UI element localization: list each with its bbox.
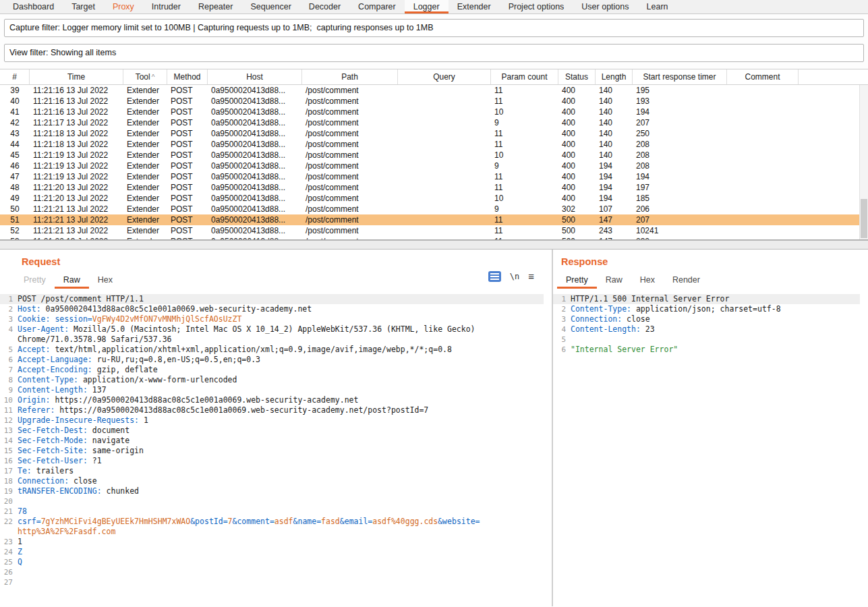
cell-timer: 207 [633, 214, 727, 225]
cell-time: 11:21:16 13 Jul 2022 [30, 107, 123, 117]
cell-timer: 207 [633, 117, 727, 128]
cell-param_count: 11 [491, 85, 558, 96]
line-number: 1 [0, 294, 18, 304]
cell-query [398, 85, 491, 96]
cell-timer: 208 [633, 150, 727, 161]
cell-method: POST [167, 117, 208, 128]
cell-comment [727, 171, 799, 182]
response-tab-raw[interactable]: Raw [597, 272, 631, 289]
table-row[interactable]: 4111:21:16 13 Jul 2022ExtenderPOST0a9500… [0, 107, 868, 117]
cell-id: 48 [0, 182, 30, 193]
main-tab-comparer[interactable]: Comparer [349, 0, 405, 13]
response-editor-content[interactable]: 1HTTP/1.1 500 Internal Server Error2Cont… [553, 294, 860, 355]
line-number: 5 [0, 345, 18, 355]
table-row[interactable]: 5311:21:22 13 Jul 2022ExtenderPOST0a9500… [0, 236, 868, 240]
main-tab-user-options[interactable]: User options [573, 0, 637, 13]
column-header-status[interactable]: Status [558, 69, 596, 84]
column-header-method[interactable]: Method [167, 69, 208, 84]
table-row[interactable]: 4711:21:19 13 Jul 2022ExtenderPOST0a9500… [0, 171, 868, 182]
table-row[interactable]: 5011:21:21 13 Jul 2022ExtenderPOST0a9500… [0, 204, 868, 214]
editor-line: 2178 [0, 507, 544, 517]
line-text: csrf=7gYzhMCiFvi4gBEyUEEk7HmHSHM7xWAO&po… [18, 517, 480, 527]
table-row[interactable]: 4211:21:17 13 Jul 2022ExtenderPOST0a9500… [0, 117, 868, 128]
editor-line: 19tRANSFER-ENCODING: chunked [0, 486, 544, 496]
column-header-query[interactable]: Query [398, 69, 491, 84]
column-header-path[interactable]: Path [302, 69, 398, 84]
column-header--[interactable]: # [0, 69, 30, 84]
column-header-tool[interactable]: Tool^ [123, 69, 167, 84]
capture-filter-bar[interactable]: Capture filter: Logger memory limit set … [4, 19, 864, 37]
line-number: 22 [0, 517, 18, 527]
editor-line: 25Q [0, 557, 544, 567]
line-number: 4 [553, 324, 571, 335]
horizontal-splitter[interactable] [0, 240, 868, 250]
column-header-length[interactable]: Length [596, 69, 633, 84]
table-row[interactable]: 4911:21:20 13 Jul 2022ExtenderPOST0a9500… [0, 193, 868, 204]
cell-time: 11:21:19 13 Jul 2022 [30, 171, 123, 182]
table-row[interactable]: 4611:21:19 13 Jul 2022ExtenderPOST0a9500… [0, 161, 868, 171]
request-tab-pretty[interactable]: Pretty [15, 272, 55, 289]
main-tab-extender[interactable]: Extender [449, 0, 500, 13]
column-header-comment[interactable]: Comment [727, 69, 799, 84]
table-vertical-scrollbar[interactable] [859, 85, 868, 239]
cell-param_count: 10 [491, 150, 558, 161]
table-row[interactable]: 4511:21:19 13 Jul 2022ExtenderPOST0a9500… [0, 150, 868, 161]
scrollbar-thumb[interactable] [861, 199, 867, 238]
editor-line: 6Accept-Language: ru-RU,ru;q=0.8,en-US;q… [0, 355, 544, 365]
response-tab-pretty[interactable]: Pretty [557, 272, 597, 289]
main-tab-project-options[interactable]: Project options [500, 0, 573, 13]
main-tab-dashboard[interactable]: Dashboard [4, 0, 63, 13]
response-tab-hex[interactable]: Hex [631, 272, 664, 289]
column-header-time[interactable]: Time [30, 69, 123, 84]
column-header-start-response-timer[interactable]: Start response timer [633, 69, 727, 84]
line-text: Connection: close [18, 476, 97, 486]
main-tab-decoder[interactable]: Decoder [300, 0, 349, 13]
request-editor-toolbar: \n ≡ [488, 271, 534, 282]
main-tab-proxy[interactable]: Proxy [104, 0, 143, 13]
view-filter-bar[interactable]: View filter: Showing all items [4, 44, 864, 62]
request-tab-raw[interactable]: Raw [55, 272, 89, 289]
cell-host: 0a9500020413d88... [208, 225, 302, 236]
cell-host: 0a9500020413d88... [208, 150, 302, 161]
cell-status: 400 [558, 107, 596, 117]
line-number: 19 [0, 486, 18, 496]
line-number: 26 [0, 567, 18, 577]
table-row[interactable]: 5211:21:21 13 Jul 2022ExtenderPOST0a9500… [0, 225, 868, 236]
table-row[interactable]: 5111:21:21 13 Jul 2022ExtenderPOST0a9500… [0, 214, 868, 225]
column-header-host[interactable]: Host [208, 69, 302, 84]
main-tab-logger[interactable]: Logger [405, 0, 449, 13]
response-tab-render[interactable]: Render [664, 272, 709, 289]
main-tab-sequencer[interactable]: Sequencer [241, 0, 299, 13]
editor-line: 2Host: 0a9500020413d88ac08c5c1e001a0069.… [0, 304, 544, 314]
request-tab-hex[interactable]: Hex [89, 272, 121, 289]
cell-path: /post/comment [302, 182, 398, 193]
cell-length: 147 [596, 214, 633, 225]
cell-param_count: 11 [491, 139, 558, 150]
cell-host: 0a9500020413d88... [208, 171, 302, 182]
editor-line: 22csrf=7gYzhMCiFvi4gBEyUEEk7HmHSHM7xWAO&… [0, 517, 544, 527]
cell-tool: Extender [123, 128, 167, 139]
line-text: Origin: https://0a9500020413d88ac08c5c1e… [18, 395, 358, 405]
table-row[interactable]: 3911:21:16 13 Jul 2022ExtenderPOST0a9500… [0, 85, 868, 96]
main-tab-target[interactable]: Target [63, 0, 104, 13]
table-row[interactable]: 4811:21:20 13 Jul 2022ExtenderPOST0a9500… [0, 182, 868, 193]
line-number: 2 [0, 304, 18, 314]
cell-id: 51 [0, 214, 30, 225]
show-nonprintable-icon[interactable]: \n [510, 272, 519, 281]
cell-status: 500 [558, 214, 596, 225]
main-tab-intruder[interactable]: Intruder [143, 0, 190, 13]
table-row[interactable]: 4011:21:16 13 Jul 2022ExtenderPOST0a9500… [0, 96, 868, 107]
main-tab-learn[interactable]: Learn [638, 0, 677, 13]
cell-length: 140 [596, 139, 633, 150]
cell-param_count: 11 [491, 225, 558, 236]
editor-menu-icon[interactable]: ≡ [528, 272, 534, 281]
table-row[interactable]: 4311:21:18 13 Jul 2022ExtenderPOST0a9500… [0, 128, 868, 139]
pretty-format-icon[interactable] [488, 271, 501, 282]
line-text: Sec-Fetch-User: ?1 [18, 456, 102, 466]
main-tab-repeater[interactable]: Repeater [190, 0, 241, 13]
column-header-param-count[interactable]: Param count [491, 69, 558, 84]
cell-path: /post/comment [302, 171, 398, 182]
cell-query [398, 236, 491, 240]
table-row[interactable]: 4411:21:18 13 Jul 2022ExtenderPOST0a9500… [0, 139, 868, 150]
request-editor-content[interactable]: 1POST /post/comment HTTP/1.12Host: 0a950… [0, 294, 544, 587]
